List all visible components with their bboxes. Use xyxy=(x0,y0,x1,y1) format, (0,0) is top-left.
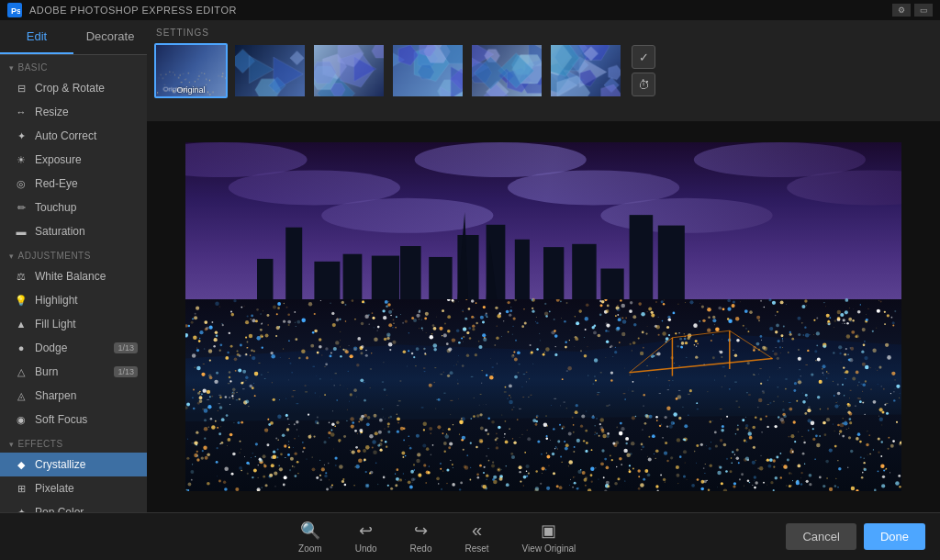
touchup-icon: ✏ xyxy=(15,201,28,214)
resize-icon: ↔ xyxy=(15,106,28,118)
sidebar-content: BASIC ⊟ Crop & Rotate ↔ Resize ✦ Auto Co… xyxy=(0,55,147,512)
reset-icon: « xyxy=(472,520,482,541)
resize-label: Resize xyxy=(35,106,69,118)
pop-color-icon: ✦ xyxy=(15,506,28,512)
zoom-button[interactable]: 🔍 Zoom xyxy=(291,517,330,557)
presets-row: Original ✓ ⏱ xyxy=(154,43,933,98)
undo-button[interactable]: ↩ Undo xyxy=(348,517,385,557)
tab-bar: Edit Decorate xyxy=(0,20,147,55)
zoom-label: Zoom xyxy=(298,543,322,554)
sidebar-item-dodge[interactable]: ● Dodge 1/13 xyxy=(0,336,147,360)
clock-button[interactable]: ⏱ xyxy=(632,73,655,96)
sidebar-item-crop-rotate[interactable]: ⊟ Crop & Rotate xyxy=(0,76,147,100)
crystallize-label: Crystallize xyxy=(35,458,85,471)
pop-color-label: Pop Color xyxy=(35,506,84,512)
zoom-icon: 🔍 xyxy=(300,521,320,541)
undo-icon: ↩ xyxy=(359,521,373,541)
title-bar: Ps ADOBE PHOTOSHOP EXPRESS EDITOR ⚙ ▭ xyxy=(0,0,940,20)
preset-v1[interactable] xyxy=(233,43,307,98)
app-logo: Ps xyxy=(7,3,22,17)
tab-edit[interactable]: Edit xyxy=(0,20,73,54)
sidebar-item-soft-focus[interactable]: ◉ Soft Focus xyxy=(0,408,147,431)
dodge-badge: 1/13 xyxy=(114,342,138,353)
dodge-label: Dodge xyxy=(35,342,67,354)
sidebar-item-saturation[interactable]: ▬ Saturation xyxy=(0,219,147,243)
main-layout: Edit Decorate BASIC ⊟ Crop & Rotate ↔ Re… xyxy=(0,20,940,512)
soft-focus-label: Soft Focus xyxy=(35,413,87,426)
preset-actions: ✓ ⏱ xyxy=(632,45,655,96)
sidebar-item-crystallize[interactable]: ◆ Crystallize xyxy=(0,453,147,476)
sidebar-item-pop-color[interactable]: ✦ Pop Color xyxy=(0,500,147,512)
sidebar: Edit Decorate BASIC ⊟ Crop & Rotate ↔ Re… xyxy=(0,20,147,512)
sidebar-item-exposure[interactable]: ☀ Exposure xyxy=(0,148,147,172)
soft-focus-icon: ◉ xyxy=(15,413,28,426)
sidebar-item-highlight[interactable]: 💡 Highlight xyxy=(0,288,147,312)
fill-light-label: Fill Light xyxy=(35,318,76,330)
redo-button[interactable]: ↪ Redo xyxy=(403,517,440,557)
pixelate-icon: ⊞ xyxy=(15,482,28,495)
sharpen-label: Sharpen xyxy=(35,389,76,402)
bottom-toolbar: 🔍 Zoom ↩ Undo ↪ Redo « Reset ▣ View Orig… xyxy=(0,512,940,560)
crystallize-icon: ◆ xyxy=(15,458,28,471)
sidebar-item-resize[interactable]: ↔ Resize xyxy=(0,100,147,124)
reset-button[interactable]: « Reset xyxy=(457,516,496,557)
burn-icon: △ xyxy=(15,365,28,378)
redo-label: Redo xyxy=(410,543,432,554)
crop-rotate-icon: ⊟ xyxy=(15,82,28,95)
saturation-icon: ▬ xyxy=(15,225,28,238)
saturation-label: Saturation xyxy=(35,225,85,238)
red-eye-icon: ◎ xyxy=(15,177,28,190)
section-effects: EFFECTS xyxy=(0,431,147,453)
sidebar-item-white-balance[interactable]: ⚖ White Balance xyxy=(0,264,147,288)
reset-label: Reset xyxy=(464,543,488,554)
preset-v3[interactable] xyxy=(470,43,543,98)
sidebar-item-sharpen[interactable]: ◬ Sharpen xyxy=(0,384,147,408)
sidebar-item-burn[interactable]: △ Burn 1/13 xyxy=(0,360,147,384)
exposure-icon: ☀ xyxy=(15,153,28,166)
touchup-label: Touchup xyxy=(35,201,76,214)
pixelate-label: Pixelate xyxy=(35,482,74,495)
preset-original[interactable]: Original xyxy=(154,43,228,98)
view-original-icon: ▣ xyxy=(541,521,556,541)
minimize-btn[interactable]: ▭ xyxy=(914,4,933,17)
toolbar-center: 🔍 Zoom ↩ Undo ↪ Redo « Reset ▣ View Orig… xyxy=(88,516,786,557)
red-eye-label: Red-Eye xyxy=(35,177,78,190)
preset-v4[interactable] xyxy=(549,43,622,98)
settings-btn[interactable]: ⚙ xyxy=(892,4,911,17)
window-controls: ⚙ ▭ xyxy=(892,4,933,17)
done-button[interactable]: Done xyxy=(864,523,925,550)
auto-correct-icon: ✦ xyxy=(15,129,28,142)
app-title: ADOBE PHOTOSHOP EXPRESS EDITOR xyxy=(29,5,237,16)
undo-label: Undo xyxy=(355,543,377,554)
sidebar-item-red-eye[interactable]: ◎ Red-Eye xyxy=(0,172,147,196)
crop-rotate-label: Crop & Rotate xyxy=(35,82,105,95)
preset-v2[interactable] xyxy=(312,43,386,98)
sidebar-item-pixelate[interactable]: ⊞ Pixelate xyxy=(0,476,147,500)
svg-text:Ps: Ps xyxy=(11,6,20,16)
exposure-label: Exposure xyxy=(35,153,82,166)
section-basic: BASIC xyxy=(0,55,147,76)
highlight-label: Highlight xyxy=(35,294,78,307)
tab-decorate[interactable]: Decorate xyxy=(73,20,147,54)
redo-icon: ↪ xyxy=(414,521,428,541)
preset-crystal[interactable] xyxy=(391,43,464,98)
image-canvas xyxy=(147,121,940,512)
highlight-icon: 💡 xyxy=(15,294,28,307)
white-balance-label: White Balance xyxy=(35,270,106,283)
settings-label: SETTINGS xyxy=(154,28,933,38)
sidebar-item-auto-correct[interactable]: ✦ Auto Correct xyxy=(0,124,147,148)
view-original-button[interactable]: ▣ View Original xyxy=(515,517,584,557)
sidebar-item-touchup[interactable]: ✏ Touchup xyxy=(0,196,147,219)
white-balance-icon: ⚖ xyxy=(15,270,28,283)
sidebar-item-fill-light[interactable]: ▲ Fill Light xyxy=(0,312,147,336)
burn-label: Burn xyxy=(35,365,58,378)
section-adjustments: ADJUSTMENTS xyxy=(0,243,147,264)
check-button[interactable]: ✓ xyxy=(632,45,655,69)
burn-badge: 1/13 xyxy=(114,366,138,377)
canvas-area: SETTINGS Original xyxy=(147,20,940,512)
settings-bar: SETTINGS Original xyxy=(147,20,940,121)
auto-correct-label: Auto Correct xyxy=(35,129,96,142)
preset-original-label: Original xyxy=(156,85,226,95)
view-original-label: View Original xyxy=(522,543,576,554)
cancel-button[interactable]: Cancel xyxy=(786,523,856,550)
